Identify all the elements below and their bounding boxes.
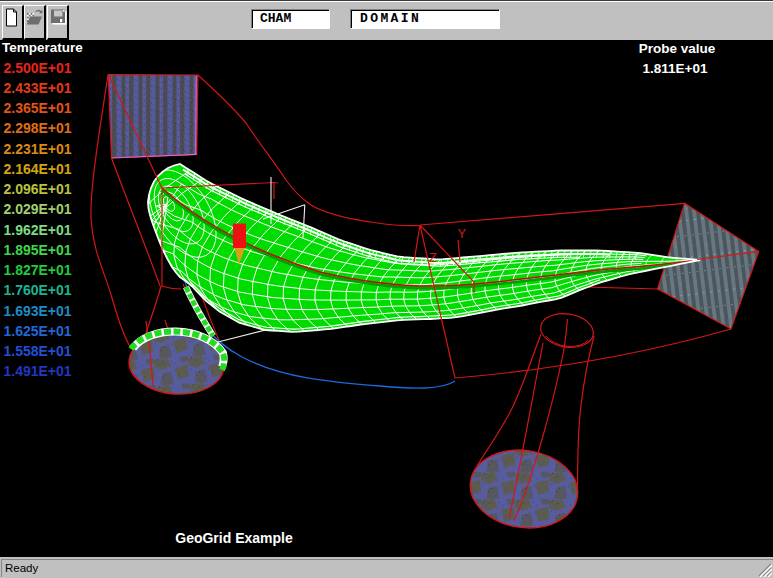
svg-text:1.811E+01: 1.811E+01 (643, 61, 708, 76)
svg-text:2.029E+01: 2.029E+01 (4, 201, 72, 217)
svg-text:2.365E+01: 2.365E+01 (4, 100, 72, 116)
svg-text:GeoGrid Example: GeoGrid Example (175, 530, 293, 546)
svg-text:Y: Y (458, 226, 467, 241)
svg-text:Probe value: Probe value (639, 41, 716, 56)
svg-text:Z: Z (429, 250, 437, 265)
svg-text:1.760E+01: 1.760E+01 (4, 282, 72, 298)
svg-text:2.096E+01: 2.096E+01 (4, 181, 72, 197)
svg-text:2.500E+01: 2.500E+01 (4, 60, 72, 76)
svg-text:2.164E+01: 2.164E+01 (4, 161, 72, 177)
svg-text:1.491E+01: 1.491E+01 (4, 363, 72, 379)
svg-text:1.558E+01: 1.558E+01 (4, 343, 72, 359)
svg-text:2.298E+01: 2.298E+01 (4, 120, 72, 136)
svg-text:Temperature: Temperature (2, 40, 83, 55)
svg-text:1.693E+01: 1.693E+01 (4, 303, 72, 319)
svg-text:1.962E+01: 1.962E+01 (4, 222, 72, 238)
svg-text:1.895E+01: 1.895E+01 (4, 242, 72, 258)
svg-text:2.231E+01: 2.231E+01 (4, 141, 72, 157)
svg-text:1.625E+01: 1.625E+01 (4, 323, 72, 339)
svg-text:2.433E+01: 2.433E+01 (4, 80, 72, 96)
svg-text:1.827E+01: 1.827E+01 (4, 262, 72, 278)
